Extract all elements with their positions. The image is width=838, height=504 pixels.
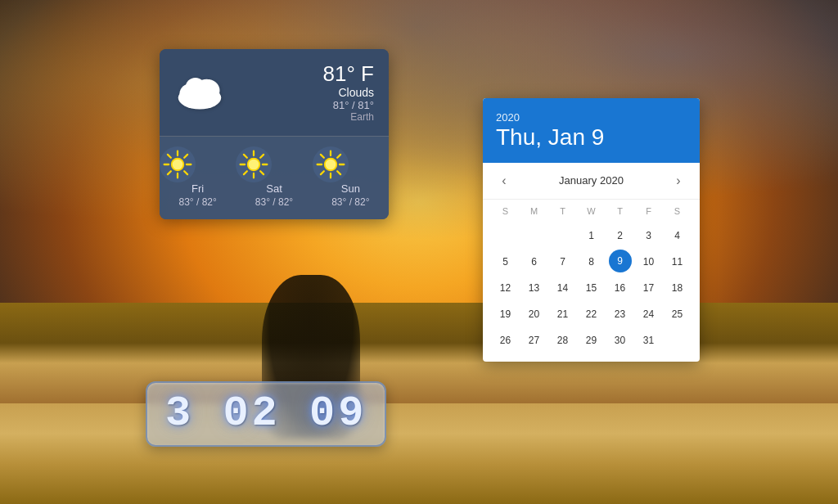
cal-cell[interactable]: 4 — [664, 223, 692, 248]
calendar-month-label: January 2020 — [559, 174, 624, 187]
calendar-header: 2020 Thu, Jan 9 — [483, 98, 700, 163]
bg-sand — [0, 403, 838, 504]
day-name-t1: T — [548, 203, 577, 219]
day-name-w: W — [577, 203, 606, 219]
cal-cell[interactable]: 28 — [549, 328, 577, 353]
cal-cell — [549, 223, 577, 248]
svg-line-10 — [184, 155, 187, 158]
svg-line-19 — [261, 171, 264, 174]
svg-point-23 — [249, 159, 259, 169]
weather-temperature: 81° F — [228, 62, 374, 86]
cal-cell[interactable]: 24 — [635, 302, 663, 326]
cal-cell[interactable]: 11 — [664, 250, 692, 274]
weather-top: 81° F Clouds 81° / 81° Earth — [160, 49, 389, 136]
cal-cell — [664, 328, 692, 353]
forecast-day-label-sat: Sat — [236, 182, 312, 195]
weather-range: 81° / 81° — [228, 99, 374, 111]
svg-line-8 — [168, 155, 171, 158]
cal-cell[interactable]: 20 — [520, 302, 548, 326]
cal-cell[interactable]: 19 — [492, 302, 520, 326]
sun-icon-sat — [236, 146, 272, 182]
weather-cloud-icon — [171, 70, 228, 115]
cal-cell[interactable]: 5 — [492, 250, 520, 274]
svg-line-30 — [337, 155, 340, 158]
next-month-button[interactable]: › — [667, 169, 690, 192]
cal-cell[interactable]: 17 — [635, 276, 663, 300]
svg-line-29 — [337, 171, 340, 174]
cal-cell[interactable]: 31 — [635, 328, 663, 353]
prev-month-button[interactable]: ‹ — [493, 169, 516, 192]
cal-cell[interactable]: 8 — [578, 250, 606, 274]
cal-cell[interactable]: 3 — [635, 223, 663, 248]
svg-line-20 — [261, 155, 264, 158]
cal-cell[interactable]: 21 — [549, 302, 577, 326]
forecast-day-sat: Sat 83° / 82° — [236, 146, 312, 208]
cal-cell[interactable]: 7 — [549, 250, 577, 274]
day-name-s1: S — [491, 203, 520, 219]
calendar-widget: 2020 Thu, Jan 9 ‹ January 2020 › S M T W… — [483, 98, 700, 362]
cal-cell[interactable]: 2 — [606, 223, 634, 248]
cal-cell[interactable]: 14 — [549, 276, 577, 300]
day-name-t2: T — [606, 203, 634, 219]
cal-cell[interactable]: 23 — [606, 302, 634, 326]
svg-line-11 — [168, 171, 171, 174]
sun-icon-fri — [160, 146, 196, 182]
svg-line-31 — [321, 171, 324, 174]
forecast-day-label-fri: Fri — [160, 182, 236, 195]
clock-widget: 3 02 09 — [146, 381, 386, 447]
cal-cell[interactable]: 15 — [578, 276, 606, 300]
cal-cell[interactable]: 1 — [578, 223, 606, 248]
sun-icon-sun — [313, 146, 349, 182]
svg-point-13 — [173, 159, 183, 169]
forecast-day-fri: Fri 83° / 82° — [160, 146, 236, 208]
day-name-s2: S — [663, 203, 692, 219]
clock-display: 3 02 09 — [165, 393, 367, 435]
cal-cell[interactable]: 27 — [520, 328, 548, 353]
calendar-year: 2020 — [496, 111, 687, 124]
day-name-m: M — [520, 203, 548, 219]
cal-cell[interactable]: 25 — [664, 302, 692, 326]
calendar-weeks: 1234567891011121314151617181920212223242… — [491, 223, 692, 353]
weather-forecast: Fri 83° / 82° — [160, 137, 389, 219]
cal-cell[interactable]: 18 — [664, 276, 692, 300]
svg-line-21 — [244, 171, 247, 174]
calendar-days-header: S M T W T F S — [491, 203, 692, 219]
cal-cell[interactable]: 10 — [635, 250, 663, 274]
forecast-day-sun: Sun 83° / 82° — [313, 146, 389, 208]
weather-widget: 81° F Clouds 81° / 81° Earth — [160, 49, 389, 219]
calendar-full-date: Thu, Jan 9 — [496, 124, 687, 151]
svg-point-3 — [186, 78, 206, 98]
svg-line-28 — [321, 155, 324, 158]
cal-cell[interactable]: 16 — [606, 276, 634, 300]
calendar-grid: S M T W T F S 12345678910111213141516171… — [483, 200, 700, 362]
forecast-temp-fri: 83° / 82° — [160, 196, 236, 208]
cal-cell[interactable]: 22 — [578, 302, 606, 326]
bg-clouds — [0, 0, 838, 277]
cal-cell[interactable]: 26 — [492, 328, 520, 353]
svg-line-18 — [244, 155, 247, 158]
day-name-f: F — [634, 203, 663, 219]
cal-cell[interactable]: 30 — [606, 328, 634, 353]
calendar-nav: ‹ January 2020 › — [483, 163, 700, 200]
weather-info: 81° F Clouds 81° / 81° Earth — [228, 62, 374, 123]
weather-condition: Clouds — [228, 86, 374, 99]
cal-cell[interactable]: 12 — [492, 276, 520, 300]
forecast-temp-sat: 83° / 82° — [236, 196, 312, 208]
svg-point-33 — [325, 159, 336, 169]
forecast-temp-sun: 83° / 82° — [313, 196, 389, 208]
forecast-day-label-sun: Sun — [313, 182, 389, 195]
cal-cell[interactable]: 6 — [520, 250, 548, 274]
cal-cell[interactable]: 9 — [609, 250, 632, 272]
svg-line-9 — [184, 171, 187, 174]
cal-cell — [492, 223, 520, 248]
cal-cell[interactable]: 13 — [520, 276, 548, 300]
cal-cell[interactable]: 29 — [578, 328, 606, 353]
weather-location: Earth — [228, 111, 374, 123]
cal-cell — [520, 223, 548, 248]
